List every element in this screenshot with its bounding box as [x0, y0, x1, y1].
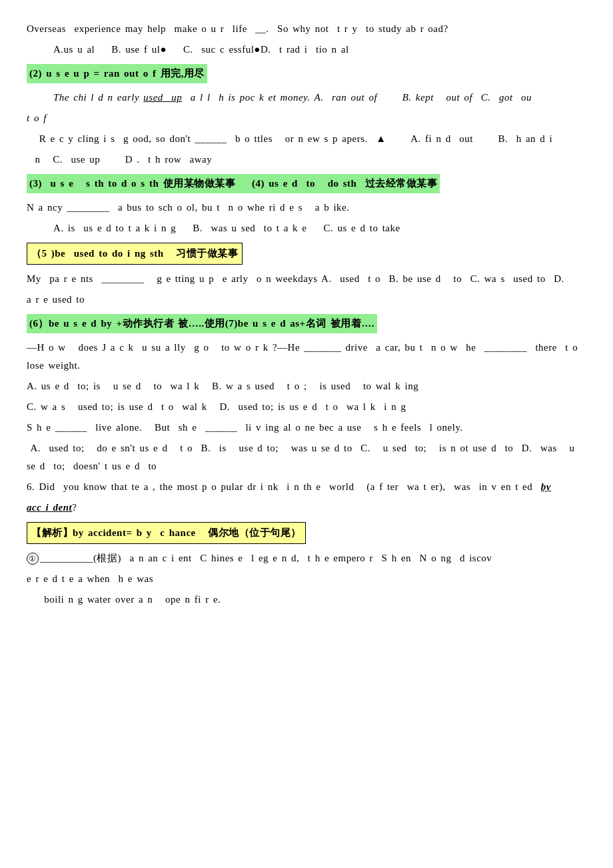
page-content: Overseas experience may help make o u r … — [27, 20, 586, 609]
header-be-used-to: （5 )be used to do i ng sth 习惯于做某事 — [27, 243, 243, 265]
line-jack-a-b: A. us e d to; is u se d to wa l k B. w a… — [27, 377, 586, 395]
header-by-accident: 【解析】by accident= b y c hance 偶尔地（位于句尾） — [27, 522, 306, 544]
line-child: The chi l d n early used up a l l h is p… — [53, 89, 586, 107]
line-she: S h e ______ live alone. But sh e ______… — [27, 419, 586, 437]
line-6-tea: 6. Did you know that te a , the most p o… — [27, 478, 586, 496]
header-use-up: (2) u s e u p = ran out o f 用完,用尽 — [27, 64, 207, 83]
section-header-6-7: (6）be u s e d by +动作执行者 被…..使用(7)be u s … — [27, 311, 586, 336]
section-header-3-4: (3) u s e s th to d o s th 使用某物做某事 (4) u… — [27, 171, 586, 196]
section-header-5: （5 )be used to do i ng sth 习惯于做某事 — [27, 240, 586, 267]
line-6-tea-cont: acc i dent? — [27, 499, 586, 517]
line-child-cont: t o f — [27, 109, 586, 127]
line-jack: —H o w does J a c k u su a lly g o to w … — [27, 339, 586, 375]
line-answers-1: A.us u al B. use f ul● C. suc c essful●D… — [53, 41, 586, 59]
line-she-answers: A. used to; do e sn't us e d t o B. is u… — [27, 439, 586, 475]
line-recycling: R e c y cling i s g ood, so don't ______… — [27, 130, 586, 148]
header-used-by: (6）be u s e d by +动作执行者 被…..使用(7)be u s … — [27, 314, 377, 333]
header-use-sth: (3) u s e s th to d o s th 使用某物做某事 (4) u… — [27, 174, 440, 193]
line-overseas: Overseas experience may help make o u r … — [27, 20, 586, 38]
line-nancy: N a ncy ________ a bus to sch o ol, bu t… — [27, 199, 586, 217]
section-header-analysis: 【解析】by accident= b y c hance 偶尔地（位于句尾） — [27, 519, 586, 547]
line-recycling-cont: n C. use up D . t h row away — [27, 151, 586, 169]
accident-italic: acc i dent — [27, 502, 72, 513]
line-parents: My pa r e nts ________ g e tting u p e a… — [27, 270, 586, 288]
line-circle-1: ①__________(根据) a n an c i ent C hines e… — [27, 549, 586, 567]
section-header-2: (2) u s e u p = ran out o f 用完,用尽 — [27, 61, 586, 86]
line-parents-cont: a r e used to — [27, 291, 586, 309]
line-boiling: boili n g water over a n ope n fi r e. — [40, 591, 586, 609]
line-jack-c-d: C. w a s used to; is use d t o wal k D. … — [27, 398, 586, 416]
circle-number-1: ① — [27, 553, 39, 565]
line-circle-1-cont: e r e d t e a when h e was — [27, 570, 586, 588]
by-accident: by — [541, 481, 551, 492]
line-nancy-answers: A. is us e d to t a k i n g B. was u sed… — [53, 219, 586, 237]
